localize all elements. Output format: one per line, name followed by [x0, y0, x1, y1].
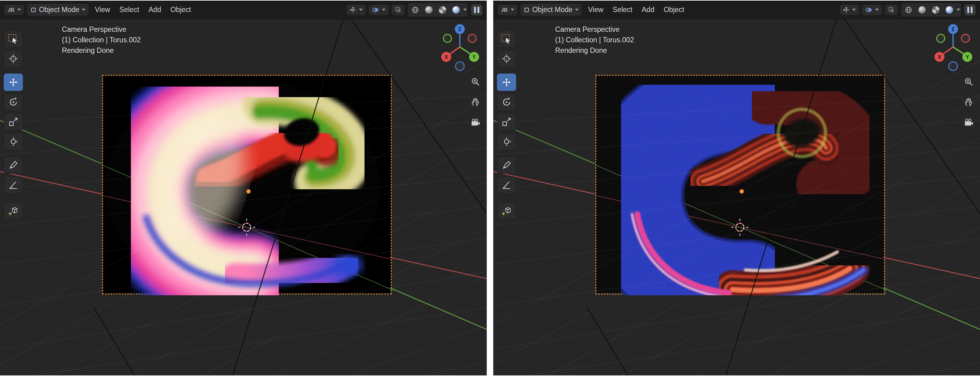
view-label: Camera Perspective	[62, 24, 141, 35]
material-preview-sphere-icon	[439, 6, 446, 14]
tool-annotate[interactable]	[4, 157, 23, 174]
rotate-tool-icon	[502, 97, 512, 107]
hand-icon	[471, 98, 480, 106]
camera-view-button[interactable]	[961, 115, 976, 130]
axis-y-ball[interactable]: Y	[963, 52, 972, 62]
axis-z-ball[interactable]: Z	[948, 24, 958, 34]
transform-tool-icon	[502, 136, 512, 147]
shading-material-button[interactable]	[929, 4, 942, 16]
mode-dropdown[interactable]: Object Mode	[520, 4, 582, 16]
xray-icon	[395, 6, 402, 13]
menu-add[interactable]: Add	[145, 4, 164, 16]
tool-measure[interactable]	[4, 176, 23, 194]
shading-wireframe-button[interactable]	[902, 4, 915, 16]
show-overlays-button[interactable]	[369, 5, 389, 15]
menu-object[interactable]: Object	[167, 4, 194, 16]
axis-neg-y-ball[interactable]	[444, 34, 452, 42]
tool-rotate[interactable]	[4, 94, 23, 111]
camera-frame-border	[595, 75, 885, 294]
axis-neg-y-ball[interactable]	[937, 34, 945, 42]
rendered-torus-smooth	[103, 76, 393, 295]
shading-solid-button[interactable]	[916, 4, 929, 16]
menu-view[interactable]: View	[585, 4, 606, 16]
pause-icon	[971, 7, 972, 13]
tool-annotate[interactable]	[497, 157, 516, 174]
tool-move[interactable]	[4, 74, 23, 91]
tool-add-cube[interactable]	[497, 202, 516, 219]
rotate-tool-icon	[8, 97, 18, 107]
context-label: (1) Collection | Torus.002	[62, 35, 141, 45]
material-preview-sphere-icon	[932, 6, 939, 14]
viewport-nav-buttons	[961, 74, 976, 130]
viewport-3d[interactable]	[0, 1, 487, 375]
chevron-down-icon	[359, 9, 363, 11]
axis-y-ball[interactable]: Y	[469, 52, 479, 62]
menu-object[interactable]: Object	[661, 4, 687, 16]
tool-transform[interactable]	[497, 133, 516, 150]
axis-z-label: Z	[951, 27, 955, 32]
mode-dropdown[interactable]: Object Mode	[27, 4, 89, 16]
tool-scale[interactable]	[4, 113, 23, 130]
axis-neg-z-ball[interactable]	[455, 62, 464, 70]
viewport-3d[interactable]	[493, 1, 980, 375]
editor-type-button[interactable]	[498, 5, 517, 15]
menu-select[interactable]: Select	[116, 4, 142, 16]
tool-rotate[interactable]	[497, 94, 516, 111]
tool-measure[interactable]	[497, 176, 516, 194]
shading-options-chevron-icon[interactable]	[463, 9, 467, 11]
pause-render-button[interactable]	[964, 4, 976, 16]
tool-transform[interactable]	[4, 133, 23, 150]
cursor-tool-icon	[8, 54, 18, 64]
axis-y-label: Y	[473, 54, 476, 60]
pan-button[interactable]	[961, 95, 976, 109]
tool-select-box[interactable]	[497, 30, 516, 48]
shading-rendered-button[interactable]	[450, 4, 463, 16]
camera-view-button[interactable]	[468, 115, 483, 130]
menu-add[interactable]: Add	[639, 4, 657, 16]
shading-mode-segment	[901, 3, 961, 17]
shading-solid-button[interactable]	[422, 4, 435, 16]
tool-scale[interactable]	[497, 113, 516, 130]
axis-x-ball[interactable]: X	[441, 52, 451, 62]
axis-neg-x-ball[interactable]	[468, 34, 476, 42]
editor-type-button[interactable]	[4, 5, 24, 15]
pause-icon	[967, 7, 969, 13]
axis-x-ball[interactable]: X	[934, 52, 944, 62]
chevron-down-icon	[18, 9, 21, 11]
tool-select-box[interactable]	[4, 30, 23, 48]
show-overlays-button[interactable]	[862, 5, 882, 15]
shading-material-button[interactable]	[436, 4, 449, 16]
pan-button[interactable]	[468, 95, 483, 109]
shading-wireframe-button[interactable]	[409, 4, 422, 16]
axis-neg-x-ball[interactable]	[961, 34, 969, 42]
select-box-icon	[501, 34, 512, 44]
toggle-xray-button[interactable]	[885, 5, 898, 15]
zoom-button[interactable]	[468, 74, 483, 89]
viewport-panel: Object Mode View Select Add Object	[493, 1, 980, 375]
pause-render-button[interactable]	[471, 4, 482, 16]
object-origin-dot	[246, 189, 251, 194]
tool-cursor[interactable]	[497, 50, 516, 67]
navigation-gizmo[interactable]: Z X Y	[929, 17, 977, 80]
axis-neg-z-ball[interactable]	[949, 62, 958, 70]
show-gizmos-button[interactable]	[840, 5, 859, 15]
shading-rendered-button[interactable]	[943, 4, 956, 16]
tool-add-cube[interactable]	[4, 202, 23, 219]
axis-y-label: Y	[966, 54, 969, 60]
shading-options-chevron-icon[interactable]	[956, 9, 960, 11]
panel-divider[interactable]	[489, 1, 491, 375]
axis-z-ball[interactable]: Z	[455, 24, 465, 34]
menu-select[interactable]: Select	[609, 4, 636, 16]
measure-ruler-icon	[8, 180, 18, 190]
navigation-gizmo[interactable]: Z X Y	[436, 17, 484, 80]
show-gizmos-button[interactable]	[347, 5, 366, 15]
menu-view[interactable]: View	[92, 4, 113, 16]
tool-shelf	[497, 30, 516, 219]
axis-x-label: X	[938, 54, 941, 60]
cursor-tool-icon	[502, 54, 512, 64]
tool-move[interactable]	[497, 74, 516, 91]
zoom-button[interactable]	[961, 74, 976, 89]
tool-cursor[interactable]	[4, 50, 23, 67]
gizmos-icon	[843, 6, 850, 13]
toggle-xray-button[interactable]	[392, 5, 405, 15]
